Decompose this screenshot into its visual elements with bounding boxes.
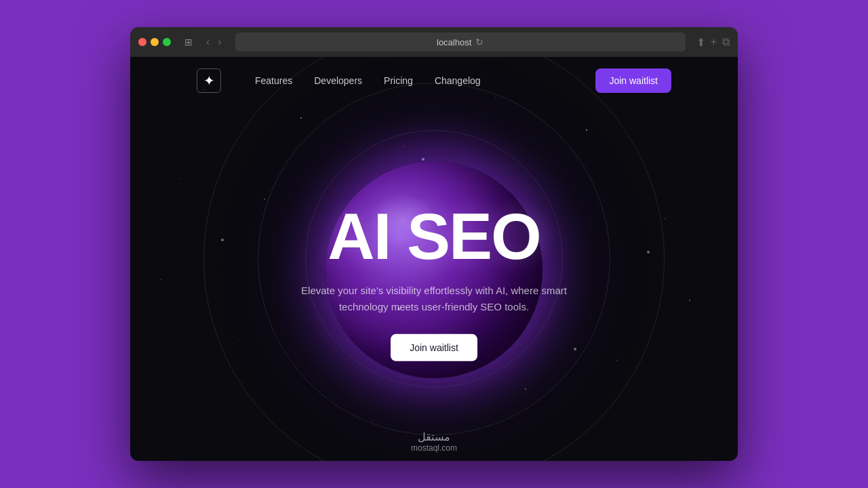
tabs-button[interactable]: ⧉ — [722, 36, 730, 48]
minimize-button[interactable] — [151, 38, 159, 46]
nav-inner: ✦ Features Developers Pricing Changelog … — [197, 68, 671, 93]
nav-features[interactable]: Features — [255, 75, 292, 86]
site-content: ✦ Features Developers Pricing Changelog … — [130, 57, 738, 461]
logo[interactable]: ✦ — [197, 68, 221, 93]
new-tab-button[interactable]: + — [711, 36, 717, 48]
nav-links: Features Developers Pricing Changelog — [255, 75, 568, 86]
toolbar-actions: ⬆ + ⧉ — [696, 36, 730, 49]
forward-button[interactable]: › — [215, 35, 224, 49]
share-button[interactable]: ⬆ — [696, 36, 705, 49]
watermark: مستقل mostaql.com — [411, 430, 457, 453]
nav-join-waitlist-button[interactable]: Join waitlist — [595, 68, 671, 93]
fullscreen-button[interactable] — [163, 38, 171, 46]
traffic-lights — [138, 38, 171, 46]
watermark-arabic: مستقل — [411, 430, 457, 443]
watermark-latin: mostaql.com — [411, 443, 457, 453]
back-button[interactable]: ‹ — [203, 35, 212, 49]
titlebar: ⊞ ‹ › localhost ↻ ⬆ + ⧉ — [130, 27, 738, 57]
browser-window: ⊞ ‹ › localhost ↻ ⬆ + ⧉ — [130, 27, 738, 461]
nav-changelog[interactable]: Changelog — [435, 75, 481, 86]
nav-pricing[interactable]: Pricing — [384, 75, 413, 86]
hero-join-waitlist-button[interactable]: Join waitlist — [391, 334, 477, 361]
url-text: localhost — [437, 37, 471, 47]
nav-buttons: ‹ › — [203, 35, 224, 49]
hero-title: AI SEO — [231, 204, 637, 269]
hero-section: AI SEO Elevate your site's visibility ef… — [231, 204, 637, 361]
address-bar[interactable]: localhost ↻ — [235, 33, 686, 52]
nav-developers[interactable]: Developers — [314, 75, 362, 86]
navbar: ✦ Features Developers Pricing Changelog … — [130, 57, 738, 104]
sidebar-toggle-icon[interactable]: ⊞ — [182, 35, 195, 49]
dot-decoration — [647, 251, 650, 253]
close-button[interactable] — [138, 38, 146, 46]
reload-icon[interactable]: ↻ — [475, 37, 484, 47]
hero-subtitle: Elevate your site's visibility effortles… — [298, 283, 570, 315]
